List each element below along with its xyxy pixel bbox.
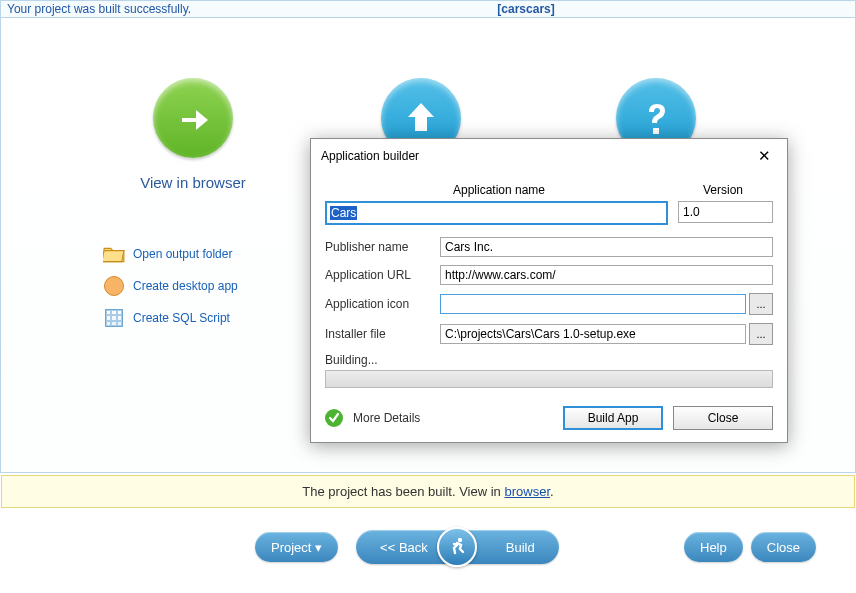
publisher-input[interactable] bbox=[440, 237, 773, 257]
close-icon[interactable]: ✕ bbox=[752, 145, 777, 167]
open-output-label: Open output folder bbox=[133, 247, 232, 261]
build-button[interactable]: Build bbox=[482, 530, 559, 564]
app-name-header: Application name bbox=[325, 183, 673, 197]
app-icon-label: Application icon bbox=[325, 297, 440, 311]
top-bar: Your project was built successfully. [ca… bbox=[0, 0, 856, 18]
view-in-browser-label: View in browser bbox=[103, 174, 283, 191]
sql-script-icon bbox=[103, 307, 125, 329]
dialog-close-button[interactable]: Close bbox=[673, 406, 773, 430]
browse-icon-button[interactable]: ... bbox=[749, 293, 773, 315]
view-in-browser-link[interactable]: browser bbox=[504, 484, 550, 499]
footer-buttons: Project ▾ << Back Build Help Close bbox=[0, 530, 856, 564]
desktop-app-icon bbox=[103, 275, 125, 297]
open-output-folder-link[interactable]: Open output folder bbox=[103, 243, 238, 265]
progress-bar bbox=[325, 370, 773, 388]
version-header: Version bbox=[673, 183, 773, 197]
dropdown-caret-icon: ▾ bbox=[315, 540, 322, 555]
view-browser-icon[interactable] bbox=[153, 78, 233, 158]
project-title: [carscars] bbox=[197, 1, 855, 17]
app-url-input[interactable] bbox=[440, 265, 773, 285]
dialog-title-text: Application builder bbox=[321, 149, 419, 163]
publisher-label: Publisher name bbox=[325, 240, 440, 254]
browse-installer-button[interactable]: ... bbox=[749, 323, 773, 345]
bottom-message-bar: The project has been built. View in brow… bbox=[1, 475, 855, 508]
app-icon-input[interactable] bbox=[440, 294, 746, 314]
create-sql-label: Create SQL Script bbox=[133, 311, 230, 325]
application-name-input[interactable]: Cars bbox=[325, 201, 668, 225]
action-links: Open output folder Create desktop app Cr… bbox=[103, 243, 238, 339]
create-desktop-app-link[interactable]: Create desktop app bbox=[103, 275, 238, 297]
more-details-link[interactable]: More Details bbox=[353, 411, 420, 425]
runner-icon[interactable] bbox=[437, 527, 477, 567]
bottom-msg-prefix: The project has been built. View in bbox=[302, 484, 504, 499]
installer-label: Installer file bbox=[325, 327, 440, 341]
create-sql-script-link[interactable]: Create SQL Script bbox=[103, 307, 238, 329]
build-app-button[interactable]: Build App bbox=[563, 406, 663, 430]
building-label: Building... bbox=[325, 353, 773, 367]
svg-point-0 bbox=[458, 538, 462, 542]
close-button[interactable]: Close bbox=[751, 532, 816, 562]
installer-input[interactable] bbox=[440, 324, 746, 344]
back-build-group: << Back Build bbox=[356, 530, 559, 564]
view-in-browser-block[interactable]: View in browser bbox=[103, 78, 283, 191]
bottom-msg-suffix: . bbox=[550, 484, 554, 499]
project-button[interactable]: Project ▾ bbox=[255, 532, 338, 562]
check-icon bbox=[325, 409, 343, 427]
app-url-label: Application URL bbox=[325, 268, 440, 282]
version-input[interactable] bbox=[678, 201, 773, 223]
build-status-text: Your project was built successfully. bbox=[1, 1, 197, 17]
help-button[interactable]: Help bbox=[684, 532, 743, 562]
application-builder-dialog: Application builder ✕ Application name V… bbox=[310, 138, 788, 443]
folder-icon bbox=[103, 243, 125, 265]
dialog-titlebar: Application builder ✕ bbox=[311, 139, 787, 173]
create-desktop-label: Create desktop app bbox=[133, 279, 238, 293]
